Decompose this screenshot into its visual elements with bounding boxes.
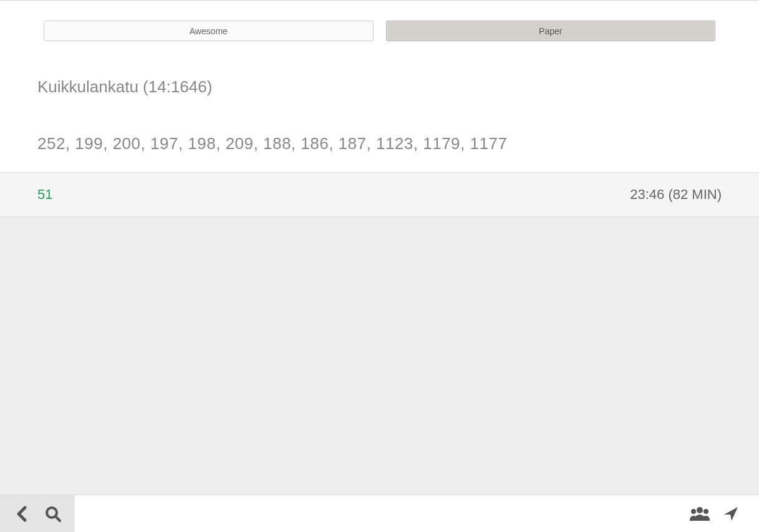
svg-point-3 — [691, 509, 696, 514]
bottom-right-group — [684, 495, 759, 532]
search-icon — [44, 505, 62, 523]
svg-line-1 — [56, 516, 60, 521]
users-icon — [690, 506, 710, 522]
page-title: Kuikkulankatu (14:1646) — [37, 77, 722, 97]
numbers-section: 252, 199, 200, 197, 198, 209, 188, 186, … — [0, 103, 759, 173]
chevron-left-icon — [15, 505, 29, 523]
bottom-left-group — [0, 495, 75, 532]
group-button[interactable] — [684, 495, 715, 533]
tabs-container: Awesome Paper — [0, 1, 759, 52]
back-button[interactable] — [6, 495, 37, 533]
svg-point-2 — [697, 507, 703, 513]
svg-point-4 — [703, 509, 708, 514]
tab-awesome[interactable]: Awesome — [44, 21, 374, 41]
search-button[interactable] — [37, 495, 69, 533]
route-number: 51 — [37, 186, 52, 203]
bottom-toolbar — [0, 495, 759, 532]
tab-paper[interactable]: Paper — [386, 21, 716, 41]
departure-time: 23:46 (82 MIN) — [630, 186, 722, 203]
departure-row[interactable]: 51 23:46 (82 MIN) — [0, 173, 759, 217]
numbers-list: 252, 199, 200, 197, 198, 209, 188, 186, … — [37, 134, 722, 153]
title-section: Kuikkulankatu (14:1646) — [0, 52, 759, 103]
location-arrow-icon — [723, 506, 739, 522]
locate-button[interactable] — [715, 495, 747, 533]
